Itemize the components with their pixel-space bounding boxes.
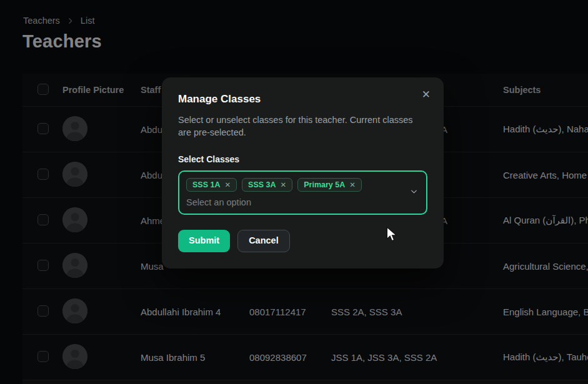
submit-button[interactable]: Submit	[178, 230, 230, 252]
cancel-button[interactable]: Cancel	[237, 230, 290, 252]
selected-class-tag[interactable]: SSS 3A ✕	[242, 178, 292, 192]
remove-tag-icon[interactable]: ✕	[281, 180, 287, 189]
selected-class-tag[interactable]: Primary 5A ✕	[297, 178, 362, 192]
select-placeholder: Select an option	[186, 197, 405, 207]
modal-title: Manage Classes	[178, 93, 427, 106]
tag-label: SSS 3A	[248, 180, 276, 189]
select-classes-label: Select Classes	[178, 154, 427, 164]
tag-label: Primary 5A	[304, 180, 345, 189]
selected-tags-row: SSS 1A ✕ SSS 3A ✕ Primary 5A ✕	[186, 178, 405, 192]
chevron-down-icon[interactable]	[409, 187, 419, 199]
tag-label: SSS 1A	[192, 180, 220, 189]
remove-tag-icon[interactable]: ✕	[349, 180, 356, 189]
close-icon[interactable]: ✕	[422, 89, 431, 100]
modal-description: Select or unselect classes for this teac…	[178, 114, 427, 139]
selected-class-tag[interactable]: SSS 1A ✕	[186, 178, 237, 192]
remove-tag-icon[interactable]: ✕	[224, 180, 231, 189]
manage-classes-modal: Manage Classes ✕ Select or unselect clas…	[162, 77, 444, 268]
classes-multiselect[interactable]: SSS 1A ✕ SSS 3A ✕ Primary 5A ✕ Select an…	[178, 170, 427, 215]
modal-actions: Submit Cancel	[178, 230, 427, 252]
